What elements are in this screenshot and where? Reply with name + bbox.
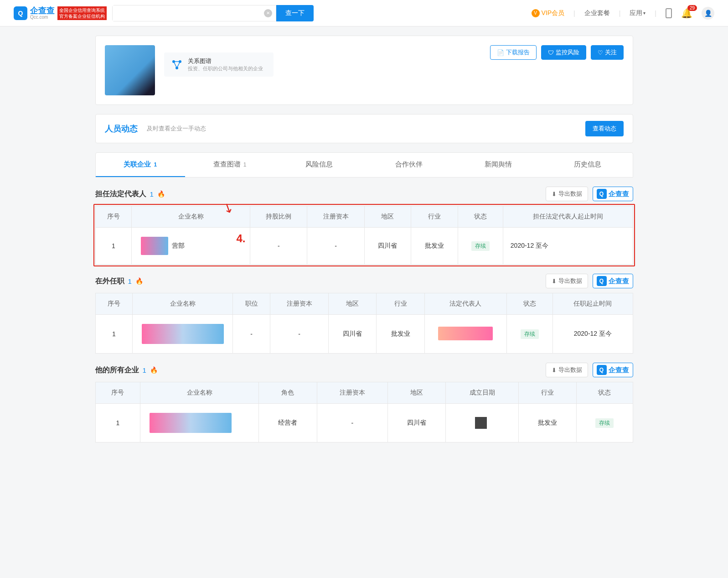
vip-link[interactable]: V VIP会员 xyxy=(532,9,565,17)
qcc-badge-icon: Q xyxy=(597,276,607,286)
status-badge: 存续 xyxy=(595,418,614,428)
dynamics-bar: 人员动态 及时查看企业一手动态 查看动态 xyxy=(95,114,633,143)
tab-graph[interactable]: 查查图谱 1 xyxy=(185,153,274,177)
vip-icon: V xyxy=(532,9,540,17)
section-legal-rep: 担任法定代表人 1 🔥 ⬇ 导出数据 Q 企查查 ↘ 4. xyxy=(95,187,633,265)
notification-count: 29 xyxy=(687,5,697,11)
company-logo xyxy=(150,413,232,433)
packages-link[interactable]: 企业套餐 xyxy=(584,9,610,17)
tab-news[interactable]: 新闻舆情 xyxy=(454,153,543,177)
section-external-position: 在外任职 1 🔥 ⬇ 导出数据 Q 企查查 序号 企业名称 职位 xyxy=(95,274,633,354)
qcc-badge: Q 企查查 xyxy=(593,363,633,377)
table-external-position: 序号 企业名称 职位 注册资本 地区 行业 法定代表人 状态 任职起止时间 1 xyxy=(95,293,633,354)
company-cell[interactable] xyxy=(133,315,233,354)
establish-date-cell xyxy=(446,404,519,443)
apps-link[interactable]: 应用 ▾ xyxy=(630,9,645,17)
company-logo xyxy=(142,324,224,344)
shield-icon: 🛡 xyxy=(548,49,554,56)
user-avatar[interactable]: 👤 xyxy=(702,7,714,20)
table-row: 1 营部 - - 四川省 批发业 存续 2020-12 至今 xyxy=(95,228,633,265)
table-all-companies: 序号 企业名称 角色 注册资本 地区 成立日期 行业 状态 1 经营者 xyxy=(95,382,633,443)
qcc-badge: Q 企查查 xyxy=(593,274,633,288)
relation-title: 关系图谱 xyxy=(188,57,263,65)
dynamics-desc: 及时查看企业一手动态 xyxy=(147,125,206,133)
section3-count: 1 xyxy=(143,366,146,374)
table-legal-rep: 序号 企业名称 持股比例 注册资本 地区 行业 状态 担任法定代表人起止时间 1 xyxy=(95,206,633,265)
logo-icon: Q xyxy=(14,6,27,20)
export-button-3[interactable]: ⬇ 导出数据 xyxy=(546,363,588,377)
top-header: Q 企查查 Qcc.com 全国企业信用查询系统 官方备案企业征信机构 ✕ 查一… xyxy=(0,0,728,26)
flame-icon: 🔥 xyxy=(135,277,143,285)
download-icon: ⬇ xyxy=(552,278,557,285)
header-right: V VIP会员 | 企业套餐 | 应用 ▾ | 🔔 29 👤 xyxy=(532,7,715,20)
legal-rep-cell[interactable] xyxy=(424,315,506,354)
qcc-badge-icon: Q xyxy=(597,365,607,375)
status-badge: 存续 xyxy=(471,241,490,251)
section1-title: 担任法定代表人 xyxy=(95,189,146,199)
relation-card[interactable]: 关系图谱 投资、任职的公司与他相关的企业 xyxy=(164,52,274,77)
download-icon: ⬇ xyxy=(552,367,557,374)
flame-icon: 🔥 xyxy=(150,366,158,374)
table-row: 1 经营者 - 四川省 批发业 存续 xyxy=(95,404,633,443)
download-report-button[interactable]: 📄 下载报告 xyxy=(490,45,537,60)
profile-actions: 📄 下载报告 🛡 监控风险 ♡ 关注 xyxy=(490,45,624,60)
date-thumb xyxy=(475,417,487,429)
tab-risk[interactable]: 风险信息 xyxy=(274,153,364,177)
flame-icon: 🔥 xyxy=(157,190,165,198)
view-dynamics-button[interactable]: 查看动态 xyxy=(585,121,624,136)
relation-desc: 投资、任职的公司与他相关的企业 xyxy=(188,65,263,72)
qcc-badge: Q 企查查 xyxy=(593,187,633,201)
company-logo xyxy=(141,237,168,255)
export-button-1[interactable]: ⬇ 导出数据 xyxy=(546,187,588,201)
export-button-2[interactable]: ⬇ 导出数据 xyxy=(546,274,588,288)
profile-card: 📄 下载报告 🛡 监控风险 ♡ 关注 关系图谱 xyxy=(95,36,633,105)
chevron-down-icon: ▾ xyxy=(643,10,645,16)
file-icon: 📄 xyxy=(497,49,504,56)
legal-rep-image xyxy=(438,327,493,340)
qcc-badge-icon: Q xyxy=(597,189,607,199)
table-row: 1 - - 四川省 批发业 存续 2020-12 至今 xyxy=(95,315,633,354)
search-input[interactable] xyxy=(113,5,264,21)
section2-title: 在外任职 xyxy=(95,276,124,286)
tab-partners[interactable]: 合作伙伴 xyxy=(364,153,453,177)
download-icon: ⬇ xyxy=(552,191,557,198)
search-box: ✕ xyxy=(112,5,276,21)
phone-icon[interactable] xyxy=(666,8,672,18)
logo-subtitle: Qcc.com xyxy=(30,15,55,20)
tabs: 关联企业 1 查查图谱 1 风险信息 合作伙伴 新闻舆情 历史信息 xyxy=(95,152,633,177)
profile-avatar xyxy=(105,45,155,95)
logo-tag: 全国企业信用查询系统 官方备案企业征信机构 xyxy=(57,6,107,20)
logo[interactable]: Q 企查查 Qcc.com 全国企业信用查询系统 官方备案企业征信机构 xyxy=(14,6,107,20)
tab-related[interactable]: 关联企业 1 xyxy=(96,153,185,177)
clear-icon[interactable]: ✕ xyxy=(264,9,272,17)
logo-title: 企查查 xyxy=(30,6,55,15)
section-all-companies: 他的所有企业 1 🔥 ⬇ 导出数据 Q 企查查 序号 企业名称 角色 xyxy=(95,363,633,443)
section1-count: 1 xyxy=(150,190,154,198)
heart-icon: ♡ xyxy=(598,49,603,56)
bell-icon[interactable]: 🔔 29 xyxy=(681,8,692,19)
monitor-risk-button[interactable]: 🛡 监控风险 xyxy=(541,45,586,60)
company-cell[interactable] xyxy=(140,404,259,443)
company-cell[interactable]: 营部 xyxy=(132,228,250,265)
search-button[interactable]: 查一下 xyxy=(276,5,314,21)
tab-history[interactable]: 历史信息 xyxy=(543,153,632,177)
section3-title: 他的所有企业 xyxy=(95,365,139,375)
follow-button[interactable]: ♡ 关注 xyxy=(591,45,624,60)
status-badge: 存续 xyxy=(521,329,539,339)
svg-line-5 xyxy=(177,62,180,68)
svg-line-4 xyxy=(174,62,177,68)
relation-icon xyxy=(170,58,183,71)
section2-count: 1 xyxy=(128,277,132,285)
dynamics-title: 人员动态 xyxy=(105,123,138,134)
